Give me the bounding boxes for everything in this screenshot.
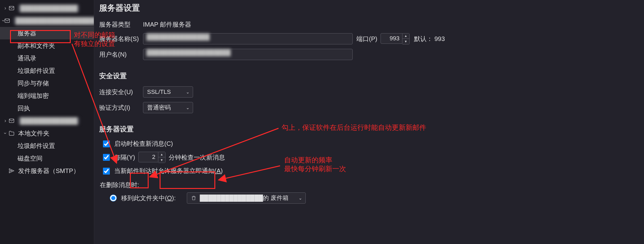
- send-icon: [8, 167, 15, 174]
- sidebar-item-server[interactable]: 服务器: [0, 27, 94, 39]
- chevron-down-icon: ⌄: [186, 89, 190, 94]
- smtp-row[interactable]: 发件服务器（SMTP）: [0, 165, 94, 177]
- account-3-row[interactable]: › █████████████: [0, 114, 94, 127]
- server-type-value: IMAP 邮件服务器: [143, 20, 191, 29]
- trash-folder-select[interactable]: ███████████████ 的 废件箱 ⌄: [187, 192, 306, 204]
- smtp-label: 发件服务器（SMTP）: [18, 167, 79, 175]
- folder-icon: [8, 130, 15, 137]
- main-panel: 服务器设置 服务器类型 IMAP 邮件服务器 服务器名称(S) ████████…: [94, 0, 644, 244]
- username-input[interactable]: ████████████████████: [143, 49, 353, 60]
- mail-icon: [8, 5, 15, 12]
- sidebar-item-label: 通讯录: [18, 54, 36, 63]
- sidebar-item-local-junk[interactable]: 垃圾邮件设置: [0, 140, 94, 152]
- notify-label: 当新邮件到达时允许服务器立即通知(A): [114, 167, 223, 175]
- security-heading: 安全设置: [99, 71, 639, 81]
- chevron-down-icon: ›: [3, 130, 8, 136]
- port-input[interactable]: [381, 33, 402, 44]
- sidebar-item-e2e[interactable]: 端到端加密: [0, 89, 94, 102]
- move-to-radio[interactable]: [110, 195, 117, 201]
- interval-up-button[interactable]: ▲: [158, 152, 165, 157]
- username-row: 用户名(N) ████████████████████: [99, 49, 639, 60]
- check-startup-checkbox[interactable]: [103, 140, 110, 147]
- sidebar-item-junk[interactable]: 垃圾邮件设置: [0, 64, 94, 77]
- conn-security-row: 连接安全(U) SSL/TLS ⌄: [99, 86, 639, 98]
- mail-icon: [8, 117, 15, 124]
- port-spinner: ▲ ▼: [402, 33, 410, 44]
- sidebar-item-label: 垃圾邮件设置: [18, 67, 55, 75]
- server-name-input[interactable]: ███████████████: [143, 33, 353, 44]
- auth-method-select[interactable]: 普通密码 ⌄: [143, 102, 193, 113]
- check-interval-checkbox[interactable]: [103, 154, 110, 161]
- sidebar-item-label: 服务器: [18, 29, 36, 38]
- chevron-down-icon: ⌄: [299, 196, 302, 201]
- sidebar-item-sync[interactable]: 同步与存储: [0, 77, 94, 89]
- local-folders-label: 本地文件夹: [18, 129, 49, 138]
- trash-icon: [191, 195, 197, 201]
- account-2-label: ██████████████████: [13, 17, 97, 24]
- check-startup-label: 启动时检查新消息(C): [114, 140, 173, 148]
- sidebar-item-label: 磁盘空间: [18, 154, 43, 163]
- port-default: 默认： 993: [414, 35, 445, 43]
- notify-checkbox[interactable]: [103, 168, 110, 175]
- check-startup-row: 启动时检查新消息(C): [103, 140, 639, 148]
- move-to-label: 移到此文件夹中(O):: [121, 194, 176, 202]
- server-name-row: 服务器名称(S) ███████████████ 端口(P) ▲ ▼ 默认： 9…: [99, 33, 639, 44]
- account-3-label: █████████████: [18, 117, 79, 125]
- sidebar-item-copies[interactable]: 副本和文件夹: [0, 39, 94, 52]
- chevron-down-icon: ⌄: [186, 105, 190, 110]
- sidebar-item-label: 同步与存储: [18, 79, 49, 88]
- sidebar-item-contacts[interactable]: 通讯录: [0, 52, 94, 64]
- check-interval-prefix: 每隔(Y): [114, 153, 135, 162]
- check-interval-spinner: ▲ ▼: [158, 152, 166, 163]
- sidebar-item-label: 垃圾邮件设置: [18, 142, 55, 150]
- port-up-button[interactable]: ▲: [402, 33, 409, 39]
- interval-down-button[interactable]: ▼: [158, 157, 165, 163]
- page-title: 服务器设置: [99, 3, 639, 13]
- chevron-down-icon: ›: [1, 20, 6, 21]
- sidebar-item-receipt[interactable]: 回执: [0, 102, 94, 114]
- on-delete-label: 在删除消息时:: [100, 181, 639, 189]
- account-1-row[interactable]: › █████████████: [0, 2, 94, 14]
- app-root: › █████████████ › ██████████████████ 服务器…: [0, 0, 644, 244]
- chevron-right-icon: ›: [3, 118, 8, 124]
- move-to-row: 移到此文件夹中(O): ███████████████ 的 废件箱 ⌄: [110, 192, 639, 204]
- conn-security-label: 连接安全(U): [99, 88, 143, 96]
- server-type-label: 服务器类型: [99, 20, 143, 29]
- server-settings-heading: 服务器设置: [99, 125, 639, 134]
- username-label: 用户名(N): [99, 50, 143, 59]
- check-interval-suffix: 分钟检查一次新消息: [169, 153, 225, 162]
- check-interval-input[interactable]: [138, 152, 158, 162]
- sidebar-item-local-disk[interactable]: 磁盘空间: [0, 152, 94, 165]
- sidebar: › █████████████ › ██████████████████ 服务器…: [0, 0, 94, 244]
- auth-method-row: 验证方式(I) 普通密码 ⌄: [99, 102, 639, 113]
- port-down-button[interactable]: ▼: [402, 39, 409, 44]
- account-2-row[interactable]: › ██████████████████: [0, 14, 94, 27]
- auth-method-label: 验证方式(I): [99, 104, 143, 112]
- svg-rect-0: [9, 6, 14, 10]
- server-name-label: 服务器名称(S): [99, 35, 143, 43]
- svg-rect-2: [9, 119, 14, 123]
- sidebar-item-label: 回执: [18, 104, 30, 113]
- port-label: 端口(P): [356, 35, 377, 43]
- server-type-row: 服务器类型 IMAP 邮件服务器: [99, 20, 639, 29]
- notify-row: 当新邮件到达时允许服务器立即通知(A): [103, 167, 639, 175]
- conn-security-select[interactable]: SSL/TLS ⌄: [143, 86, 193, 98]
- sidebar-item-label: 端到端加密: [18, 92, 49, 100]
- chevron-right-icon: ›: [3, 5, 8, 11]
- local-folders-row[interactable]: › 本地文件夹: [0, 127, 94, 140]
- check-interval-row: 每隔(Y) ▲ ▼ 分钟检查一次新消息: [103, 152, 639, 163]
- account-1-label: █████████████: [18, 5, 79, 12]
- sidebar-item-label: 副本和文件夹: [18, 42, 55, 50]
